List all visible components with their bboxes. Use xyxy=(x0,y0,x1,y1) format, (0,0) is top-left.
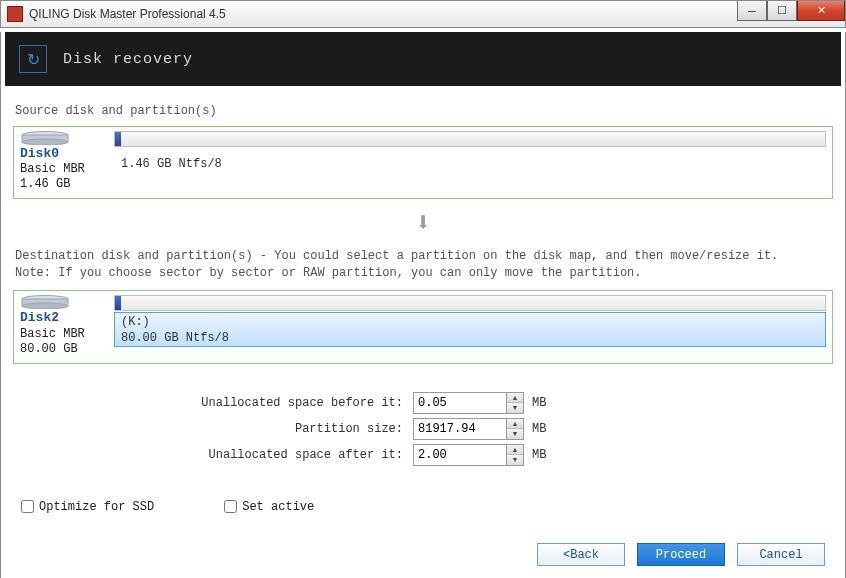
dest-disk-map[interactable]: (K:) 80.00 GB Ntfs/8 xyxy=(114,312,826,347)
ssd-checkbox[interactable] xyxy=(21,500,34,513)
after-label: Unallocated space after it: xyxy=(13,448,413,462)
source-disk-size: 1.46 GB xyxy=(20,177,70,192)
before-down[interactable]: ▼ xyxy=(507,403,523,413)
back-button[interactable]: <Back xyxy=(537,543,625,566)
before-up[interactable]: ▲ xyxy=(507,393,523,403)
svg-point-2 xyxy=(22,139,68,145)
dest-disk-bar[interactable] xyxy=(114,295,826,311)
dest-disk-info: Disk2 Basic MBR 80.00 GB xyxy=(20,295,104,356)
source-disk-type: Basic MBR xyxy=(20,162,85,177)
source-disk-bar[interactable] xyxy=(114,131,826,147)
maximize-button[interactable]: ☐ xyxy=(767,1,797,21)
window-controls: ─ ☐ ✕ xyxy=(737,1,845,21)
source-disk-box[interactable]: Disk0 Basic MBR 1.46 GB 1.46 GB Ntfs/8 xyxy=(13,126,833,199)
after-down[interactable]: ▼ xyxy=(507,455,523,465)
cancel-button[interactable]: Cancel xyxy=(737,543,825,566)
active-checkbox-label[interactable]: Set active xyxy=(224,500,314,514)
dest-section-label: Destination disk and partition(s) - You … xyxy=(15,249,833,263)
ssd-checkbox-label[interactable]: Optimize for SSD xyxy=(21,500,154,514)
size-unit: MB xyxy=(532,422,546,436)
hdd-icon xyxy=(20,295,70,309)
size-label: Partition size: xyxy=(13,422,413,436)
active-checkbox[interactable] xyxy=(224,500,237,513)
after-unit: MB xyxy=(532,448,546,462)
before-label: Unallocated space before it: xyxy=(13,396,413,410)
source-map-text: 1.46 GB Ntfs/8 xyxy=(121,157,819,173)
recovery-icon: ↻ xyxy=(19,45,47,73)
minimize-button[interactable]: ─ xyxy=(737,1,767,21)
source-section-label: Source disk and partition(s) xyxy=(15,104,833,118)
arrow-down-icon: ⬇ xyxy=(13,207,833,239)
proceed-button[interactable]: Proceed xyxy=(637,543,725,566)
dest-disk-box[interactable]: Disk2 Basic MBR 80.00 GB (K:) 80.00 GB N… xyxy=(13,290,833,363)
size-down[interactable]: ▼ xyxy=(507,429,523,439)
source-disk-name: Disk0 xyxy=(20,146,59,162)
size-input[interactable] xyxy=(413,418,507,440)
source-disk-info: Disk0 Basic MBR 1.46 GB xyxy=(20,131,104,192)
after-up[interactable]: ▲ xyxy=(507,445,523,455)
source-disk-map[interactable]: 1.46 GB Ntfs/8 xyxy=(114,148,826,174)
resize-form: Unallocated space before it: ▲▼ MB Parti… xyxy=(13,392,833,466)
titlebar: QILING Disk Master Professional 4.5 ─ ☐ … xyxy=(0,0,846,28)
after-input[interactable] xyxy=(413,444,507,466)
page-title: Disk recovery xyxy=(63,51,193,68)
svg-point-5 xyxy=(22,303,68,309)
dest-disk-type: Basic MBR xyxy=(20,327,85,342)
before-input[interactable] xyxy=(413,392,507,414)
dest-drive-letter: (K:) xyxy=(121,315,819,331)
dest-disk-size: 80.00 GB xyxy=(20,342,78,357)
hdd-icon xyxy=(20,131,70,145)
dest-note: Note: If you choose sector by sector or … xyxy=(15,266,833,280)
window-title: QILING Disk Master Professional 4.5 xyxy=(29,7,226,21)
close-button[interactable]: ✕ xyxy=(797,1,845,21)
app-icon xyxy=(7,6,23,22)
before-unit: MB xyxy=(532,396,546,410)
dest-disk-name: Disk2 xyxy=(20,310,59,326)
size-up[interactable]: ▲ xyxy=(507,419,523,429)
page-header: ↻ Disk recovery xyxy=(5,32,841,86)
dest-map-text: 80.00 GB Ntfs/8 xyxy=(121,331,819,347)
